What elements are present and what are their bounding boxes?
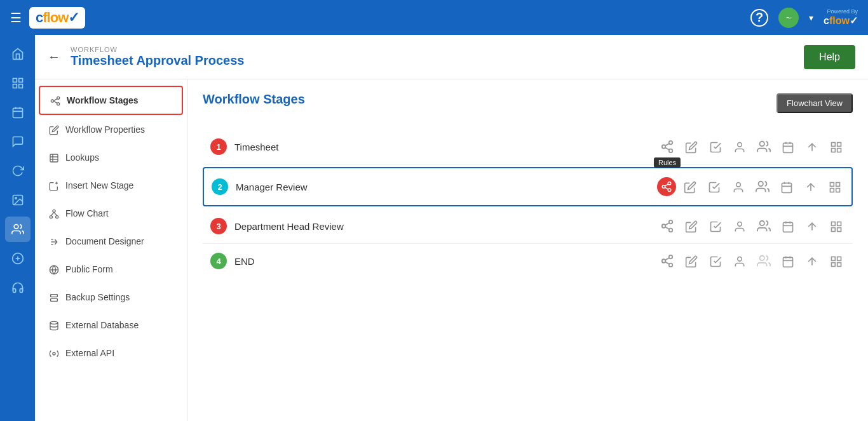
- sidebar-icon-calendar[interactable]: [5, 100, 31, 125]
- svg-rect-103: [832, 262, 836, 266]
- navbar-right: ? ~ ▾ Powered By cflow✓: [750, 8, 858, 28]
- stage-row-1: 1 Timesheet Rules: [203, 130, 853, 164]
- stage-user-icon-1[interactable]: [731, 140, 749, 153]
- stage-edit-icon-1[interactable]: [682, 140, 700, 153]
- stage-num-2: 2: [212, 178, 228, 195]
- stage-user-icon-2[interactable]: [729, 180, 747, 193]
- stage-rules-icon-4[interactable]: [658, 254, 676, 268]
- stage-rules-icon-2[interactable]: [657, 177, 675, 196]
- page-title: Timesheet Approval Process: [71, 53, 796, 68]
- stage-calendar-icon-1[interactable]: [779, 140, 797, 153]
- nav-item-backup-settings[interactable]: Backup Settings: [39, 284, 183, 311]
- nav-label-external-api: External API: [65, 348, 114, 358]
- svg-rect-48: [783, 143, 793, 152]
- back-button[interactable]: ←: [48, 50, 60, 64]
- user-avatar[interactable]: ~: [778, 8, 799, 28]
- nav-label-flow-chart: Flow Chart: [65, 208, 109, 218]
- svg-point-89: [669, 255, 673, 259]
- svg-rect-0: [13, 79, 17, 83]
- svg-point-47: [760, 142, 764, 146]
- nav-item-workflow-stages[interactable]: Workflow Stages: [39, 86, 183, 115]
- stage-name-2: Manager Review: [236, 182, 649, 192]
- help-button[interactable]: Help: [804, 45, 855, 69]
- stage-sort-icon-3[interactable]: [803, 219, 821, 232]
- stage-rules-icon-1[interactable]: Rules: [658, 140, 676, 154]
- insert-stage-icon: [49, 180, 59, 191]
- stage-calendar-icon-4[interactable]: [779, 254, 797, 267]
- nav-item-external-api[interactable]: External API: [39, 340, 183, 366]
- svg-line-18: [53, 101, 57, 103]
- stage-group-icon-4[interactable]: [755, 254, 773, 268]
- avatar-dropdown-icon[interactable]: ▾: [809, 13, 813, 23]
- nav-label-lookups: Lookups: [65, 152, 99, 163]
- svg-rect-64: [782, 183, 792, 192]
- stage-calendar-icon-3[interactable]: [779, 219, 797, 232]
- navbar-left: ☰ cflow✓: [10, 7, 85, 29]
- svg-rect-72: [836, 188, 840, 192]
- stage-calendar-icon-2[interactable]: [778, 180, 796, 193]
- stage-grid-icon-1[interactable]: [827, 140, 845, 153]
- svg-point-25: [53, 210, 55, 212]
- document-designer-icon: [49, 236, 59, 247]
- stage-sort-icon-4[interactable]: [803, 254, 821, 267]
- svg-point-57: [668, 182, 671, 185]
- sidebar-icon-chat[interactable]: [5, 129, 31, 154]
- nav-item-public-form[interactable]: Public Form: [39, 256, 183, 283]
- section-title: Workflow Stages: [203, 92, 305, 107]
- stage-sort-icon-2[interactable]: [802, 180, 820, 193]
- nav-item-external-database[interactable]: External Database: [39, 312, 183, 338]
- stage-grid-icon-3[interactable]: [827, 219, 845, 232]
- svg-line-77: [665, 223, 669, 225]
- svg-line-44: [665, 148, 669, 150]
- sidebar-icon-plus-circle[interactable]: [5, 246, 31, 271]
- logo-box: cflow✓: [29, 7, 85, 29]
- stage-actions-1: Rules: [658, 140, 845, 154]
- stage-sort-icon-1[interactable]: [803, 140, 821, 153]
- sidebar-icon-home[interactable]: [5, 41, 31, 67]
- stage-grid-icon-2[interactable]: [826, 180, 844, 193]
- svg-rect-55: [832, 148, 836, 152]
- stage-checklist-icon-2[interactable]: [705, 180, 723, 193]
- nav-item-workflow-properties[interactable]: Workflow Properties: [39, 116, 183, 143]
- svg-rect-53: [832, 142, 836, 146]
- svg-rect-4: [13, 108, 22, 117]
- svg-point-58: [662, 185, 665, 189]
- sidebar-icon-grid[interactable]: [5, 70, 31, 96]
- sidebar-icon-headphones[interactable]: [5, 275, 31, 300]
- stage-rules-icon-3[interactable]: [658, 219, 676, 233]
- stage-row-4: 4 END: [203, 244, 853, 278]
- nav-item-flow-chart[interactable]: Flow Chart: [39, 200, 183, 227]
- stage-group-icon-3[interactable]: [755, 219, 773, 233]
- stage-user-icon-4[interactable]: [731, 254, 749, 267]
- stage-num-1: 1: [210, 138, 227, 155]
- stage-edit-icon-2[interactable]: [681, 180, 699, 193]
- sidebar-icon-refresh[interactable]: [5, 158, 31, 184]
- svg-rect-35: [51, 294, 58, 297]
- nav-label-backup-settings: Backup Settings: [65, 292, 130, 302]
- flowchart-view-button[interactable]: Flowchart View: [776, 93, 853, 113]
- stage-group-icon-1[interactable]: [755, 140, 773, 154]
- stage-edit-icon-4[interactable]: [682, 254, 700, 267]
- stage-user-icon-3[interactable]: [731, 219, 749, 232]
- stage-checklist-icon-4[interactable]: [707, 254, 724, 267]
- main-wrapper: ← WORKFLOW Timesheet Approval Process He…: [35, 35, 868, 421]
- nav-label-external-database: External Database: [65, 320, 139, 330]
- sidebar-icon-image[interactable]: [5, 187, 31, 213]
- stage-edit-icon-3[interactable]: [682, 219, 700, 232]
- svg-rect-104: [837, 262, 841, 266]
- help-icon[interactable]: ?: [750, 9, 768, 27]
- workflow-stages-icon: [50, 95, 60, 106]
- stage-group-icon-2[interactable]: [754, 180, 771, 194]
- stage-checklist-icon-3[interactable]: [707, 219, 724, 232]
- nav-item-document-designer[interactable]: Document Designer: [39, 228, 183, 255]
- stage-checklist-icon-1[interactable]: [707, 140, 724, 153]
- nav-item-insert-new-stage[interactable]: Insert New Stage: [39, 172, 183, 199]
- stage-grid-icon-4[interactable]: [827, 254, 845, 267]
- nav-item-lookups[interactable]: Lookups: [39, 144, 183, 171]
- svg-line-76: [665, 227, 669, 230]
- svg-point-59: [668, 189, 671, 192]
- svg-point-75: [669, 229, 673, 232]
- rules-tooltip-1: Rules: [654, 157, 681, 168]
- hamburger-icon[interactable]: ☰: [10, 10, 22, 25]
- sidebar-icon-users[interactable]: [5, 217, 31, 242]
